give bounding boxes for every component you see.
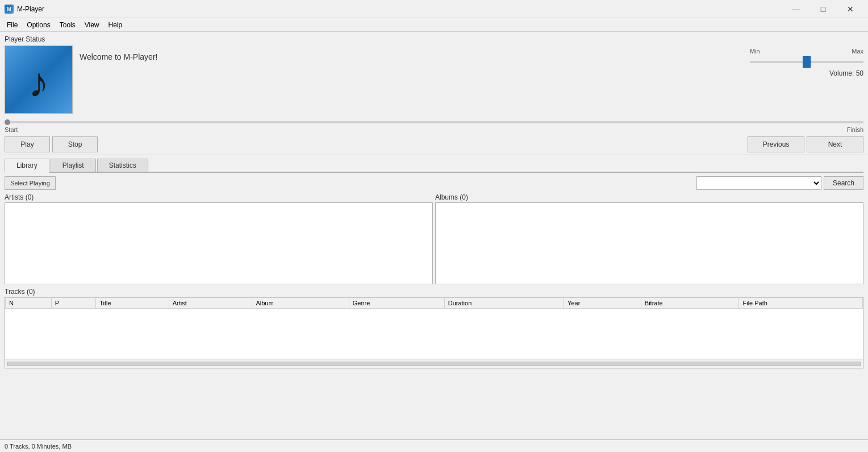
library-panels: Artists (0) Albums (0) [0,193,868,284]
col-year: Year [564,298,641,309]
volume-slider[interactable] [750,61,863,63]
artists-panel: Artists (0) [5,193,433,284]
volume-value: Volume: 50 [750,69,863,77]
albums-label: Albums (0) [435,193,863,201]
window-controls: — □ ✕ [783,0,863,18]
progress-section: Start Finish [5,117,863,133]
player-section: Player Status ♪ Welcome to M-Player! Min… [0,32,868,155]
tracks-scroll-inner [7,362,861,366]
progress-finish-label: Finish [847,126,863,133]
col-filepath: File Path [739,298,863,309]
tracks-label: Tracks (0) [5,288,863,296]
svg-text:M: M [7,6,11,13]
maximize-button[interactable]: □ [810,0,836,18]
music-note-icon: ♪ [28,62,49,103]
menu-file[interactable]: File [2,18,22,31]
tabs-section: Library Playlist Statistics [0,155,868,173]
tracks-scrollbar[interactable] [5,359,863,368]
albums-panel: Albums (0) [435,193,863,284]
close-button[interactable]: ✕ [837,0,863,18]
tracks-section: Tracks (0) N P Title Artist Album Genre … [0,288,868,368]
col-title: Title [96,298,169,309]
status-text: 0 Tracks, 0 Minutes, MB [5,443,72,450]
col-genre: Genre [349,298,444,309]
controls-row: Play Stop Previous Next [5,136,863,152]
volume-slider-container[interactable] [750,57,863,65]
tab-library[interactable]: Library [5,159,49,173]
tabs-row: Library Playlist Statistics [5,159,863,173]
album-art: ♪ [5,45,73,114]
tab-statistics[interactable]: Statistics [97,159,148,172]
player-top: ♪ Welcome to M-Player! Min Max Volume: 5… [5,45,863,114]
app-icon: M [5,5,14,14]
col-bitrate: Bitrate [641,298,739,309]
search-button[interactable]: Search [824,176,863,190]
minimize-button[interactable]: — [783,0,809,18]
volume-section: Min Max Volume: 50 [750,45,863,77]
albums-list[interactable] [435,202,863,284]
col-n: N [6,298,52,309]
artists-label: Artists (0) [5,193,433,201]
volume-max-label: Max [852,48,863,55]
volume-labels: Min Max [750,48,863,55]
app-title: M-Player [17,5,783,13]
previous-button[interactable]: Previous [748,136,804,152]
stop-button[interactable]: Stop [52,136,98,152]
progress-labels: Start Finish [5,126,863,133]
tracks-header-row: N P Title Artist Album Genre Duration Ye… [6,298,863,309]
search-box: Search [60,176,863,190]
volume-min-label: Min [750,48,760,55]
player-welcome-text: Welcome to M-Player! [80,52,743,61]
col-duration: Duration [444,298,564,309]
menu-bar: File Options Tools View Help [0,18,868,32]
menu-tools[interactable]: Tools [55,18,80,31]
library-toolbar: Select Playing Search [0,173,868,193]
search-dropdown[interactable] [696,176,821,190]
player-status-label: Player Status [5,35,863,43]
menu-options[interactable]: Options [22,18,55,31]
select-playing-button[interactable]: Select Playing [5,176,56,190]
progress-slider[interactable] [5,121,863,123]
tracks-table: N P Title Artist Album Genre Duration Ye… [5,297,863,309]
tracks-table-wrapper[interactable]: N P Title Artist Album Genre Duration Ye… [5,297,863,359]
status-bar: 0 Tracks, 0 Minutes, MB [0,439,868,452]
progress-start-label: Start [5,126,18,133]
menu-help[interactable]: Help [104,18,127,31]
next-button[interactable]: Next [807,136,863,152]
col-album: Album [252,298,349,309]
tab-playlist[interactable]: Playlist [51,159,96,172]
title-bar: M M-Player — □ ✕ [0,0,868,18]
col-artist: Artist [169,298,252,309]
col-p: P [51,298,95,309]
play-button[interactable]: Play [5,136,50,152]
player-info: Welcome to M-Player! [77,45,745,64]
menu-view[interactable]: View [80,18,104,31]
artists-list[interactable] [5,202,433,284]
